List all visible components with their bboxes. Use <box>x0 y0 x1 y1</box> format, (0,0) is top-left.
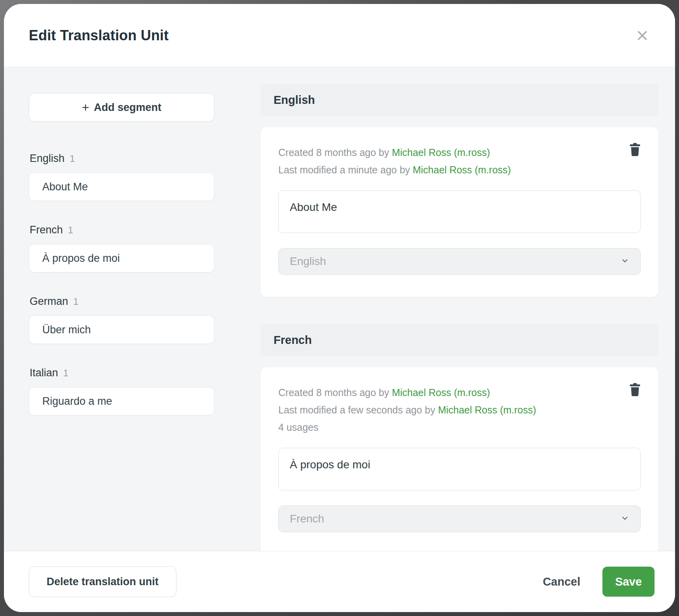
segment-label-row: English 1 <box>29 152 214 165</box>
segment-count-badge: 1 <box>73 296 79 307</box>
modified-text: Last modified a few seconds ago by <box>278 404 438 415</box>
segment-count-badge: 1 <box>63 368 68 379</box>
segment-language-label: English <box>30 152 65 165</box>
trash-icon <box>629 152 641 158</box>
panel-header: French <box>261 325 658 355</box>
language-select-value: French <box>290 513 324 525</box>
dialog-header: Edit Translation Unit <box>4 4 675 67</box>
segment-card[interactable]: Über mich <box>29 316 214 344</box>
language-select[interactable]: English <box>278 248 641 275</box>
segment-card[interactable]: About Me <box>29 173 214 201</box>
panel-header: English <box>261 85 658 115</box>
language-select-value: English <box>290 255 326 268</box>
segment-value: About Me <box>42 181 88 193</box>
segment-value: Riguardo a me <box>42 395 112 408</box>
dialog-title: Edit Translation Unit <box>29 27 169 44</box>
segment-label-row: German 1 <box>29 295 214 308</box>
created-meta: Created 8 months ago by Michael Ross (m.… <box>278 384 641 401</box>
segment-group: Italian 1 Riguardo a me <box>29 367 214 415</box>
segment-text-input[interactable]: À propos de moi <box>278 448 641 490</box>
created-text: Created 8 months ago by <box>278 387 392 398</box>
panel-french: French Created 8 months ago by <box>261 325 658 551</box>
edit-translation-unit-dialog: Edit Translation Unit + Add segment <box>4 4 675 612</box>
segment-label-row: Italian 1 <box>29 367 214 379</box>
segments-list: English 1 About Me French 1 <box>29 152 214 415</box>
add-segment-button[interactable]: + Add segment <box>29 93 214 122</box>
created-author-link[interactable]: Michael Ross (m.ross) <box>392 387 490 398</box>
x-icon <box>635 38 650 44</box>
delete-translation-unit-button[interactable]: Delete translation unit <box>29 566 176 597</box>
modified-meta: Last modified a few seconds ago by Micha… <box>278 401 641 419</box>
created-text: Created 8 months ago by <box>278 147 392 158</box>
segment-text-input[interactable]: About Me <box>278 190 641 233</box>
segment-value: À propos de moi <box>42 252 120 265</box>
close-button[interactable] <box>632 25 653 46</box>
plus-icon: + <box>82 101 89 114</box>
panel-card: Created 8 months ago by Michael Ross (m.… <box>261 127 658 297</box>
segment-language-label: German <box>30 295 68 308</box>
segment-count-badge: 1 <box>70 153 75 164</box>
panel-card: Created 8 months ago by Michael Ross (m.… <box>261 367 658 551</box>
segment-panels: English Created 8 months ago b <box>261 85 658 539</box>
segment-language-label: Italian <box>30 367 58 379</box>
save-button[interactable]: Save <box>602 567 655 597</box>
delete-segment-button[interactable] <box>626 381 643 399</box>
segment-card[interactable]: Riguardo a me <box>29 387 214 415</box>
modified-author-link[interactable]: Michael Ross (m.ross) <box>438 404 536 415</box>
segment-value: Über mich <box>42 324 91 336</box>
created-author-link[interactable]: Michael Ross (m.ross) <box>392 147 490 158</box>
modified-meta: Last modified a minute ago by Michael Ro… <box>278 161 641 178</box>
usages-meta: 4 usages <box>278 419 641 436</box>
delete-segment-button[interactable] <box>626 141 643 159</box>
segment-label-row: French 1 <box>29 224 214 236</box>
segment-group: English 1 About Me <box>29 152 214 201</box>
add-segment-label: Add segment <box>94 101 161 114</box>
chevron-down-icon <box>620 513 630 525</box>
cancel-button[interactable]: Cancel <box>543 575 580 588</box>
language-select[interactable]: French <box>278 505 641 532</box>
modified-author-link[interactable]: Michael Ross (m.ross) <box>413 164 511 175</box>
trash-icon <box>629 392 641 398</box>
panel-header-label: French <box>274 334 312 347</box>
modified-text: Last modified a minute ago by <box>278 164 413 175</box>
segment-group: German 1 Über mich <box>29 295 214 344</box>
dialog-body: + Add segment English 1 About Me <box>4 67 675 551</box>
created-meta: Created 8 months ago by Michael Ross (m.… <box>278 144 641 161</box>
dialog-footer: Delete translation unit Cancel Save <box>4 551 675 612</box>
panel-header-label: English <box>274 94 315 107</box>
segments-sidebar: + Add segment English 1 About Me <box>29 93 214 539</box>
panel-english: English Created 8 months ago b <box>261 85 658 297</box>
segment-count-badge: 1 <box>68 225 73 236</box>
segment-group: French 1 À propos de moi <box>29 224 214 272</box>
chevron-down-icon <box>620 255 630 267</box>
segment-card[interactable]: À propos de moi <box>29 244 214 272</box>
segment-language-label: French <box>30 224 63 236</box>
